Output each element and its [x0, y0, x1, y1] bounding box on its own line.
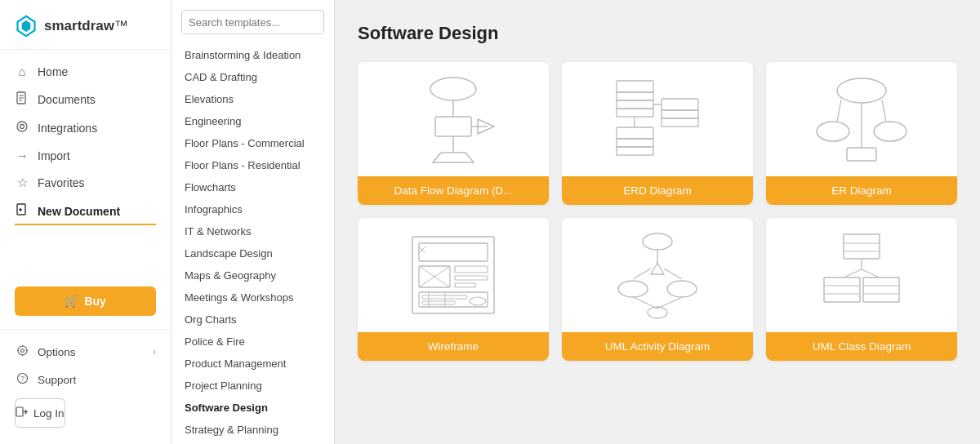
template-label: Data Flow Diagram (D... — [358, 176, 549, 205]
document-icon — [15, 91, 29, 107]
svg-rect-56 — [455, 283, 475, 287]
svg-rect-19 — [16, 407, 23, 416]
category-item[interactable]: Elevations — [172, 88, 334, 110]
svg-point-68 — [618, 281, 648, 297]
home-icon: ⌂ — [15, 64, 29, 78]
template-label: UML Class Diagram — [766, 332, 957, 361]
category-list: Brainstorming & IdeationCAD & DraftingEl… — [172, 41, 334, 444]
svg-marker-25 — [433, 153, 474, 162]
main-content: Software Design Data Flow Diagram (D... … — [335, 0, 980, 444]
category-item[interactable]: Brainstorming & Ideation — [172, 44, 334, 66]
svg-rect-34 — [662, 118, 698, 127]
chevron-right-icon: › — [153, 346, 156, 357]
template-card[interactable]: Data Flow Diagram (D... — [358, 62, 549, 205]
svg-rect-36 — [617, 139, 653, 147]
svg-point-63 — [643, 233, 672, 250]
sidebar-item-favorites[interactable]: ☆ Favorites — [0, 169, 171, 197]
category-item[interactable]: Police & Fire — [172, 331, 334, 353]
svg-text:?: ? — [20, 375, 24, 383]
category-item[interactable]: Floor Plans - Residential — [172, 154, 334, 176]
svg-line-44 — [837, 100, 841, 122]
svg-rect-79 — [824, 278, 860, 302]
search-input[interactable] — [182, 11, 324, 33]
svg-point-12 — [18, 346, 27, 355]
svg-rect-23 — [435, 117, 471, 136]
svg-rect-28 — [617, 81, 653, 92]
template-preview — [562, 62, 753, 176]
cart-icon: 🛒 — [65, 295, 78, 308]
category-item[interactable]: Software Design — [172, 397, 334, 419]
category-item[interactable]: Floor Plans - Commercial — [172, 132, 334, 154]
template-preview — [358, 218, 549, 332]
svg-marker-65 — [651, 263, 664, 274]
page-title: Software Design — [358, 23, 957, 44]
login-icon — [16, 406, 28, 420]
svg-rect-61 — [422, 301, 455, 304]
template-card[interactable]: ER Diagram — [766, 62, 957, 205]
svg-rect-35 — [617, 127, 653, 139]
svg-rect-47 — [412, 237, 494, 313]
svg-point-72 — [648, 307, 667, 318]
star-icon: ☆ — [15, 175, 29, 190]
svg-point-41 — [817, 122, 849, 141]
login-button[interactable]: ↪ Log In Log In — [15, 398, 65, 428]
sidebar-item-import[interactable]: → Import — [0, 142, 171, 169]
svg-line-45 — [882, 100, 886, 122]
svg-point-40 — [837, 78, 886, 103]
logo-area: smartdraw™ — [0, 0, 171, 50]
category-item[interactable]: Org Charts — [172, 309, 334, 331]
template-label: ER Diagram — [766, 176, 957, 205]
template-label: ERD Diagram — [562, 176, 753, 205]
buy-button[interactable]: 🛒 🛒 Buy Buy — [15, 286, 156, 316]
sidebar-item-documents[interactable]: Documents — [0, 85, 171, 113]
category-item[interactable]: IT & Networks — [172, 220, 334, 242]
svg-rect-73 — [844, 234, 880, 259]
svg-point-6 — [17, 122, 27, 131]
category-panel: 🔍 Brainstorming & IdeationCAD & Drafting… — [172, 0, 335, 444]
svg-point-11 — [20, 349, 24, 353]
svg-rect-33 — [662, 110, 698, 118]
category-item[interactable]: Strategy & Planning — [172, 419, 334, 441]
sidebar-item-support[interactable]: ? Support — [0, 366, 171, 393]
svg-marker-1 — [22, 20, 31, 32]
category-item[interactable]: Engineering — [172, 110, 334, 132]
svg-rect-32 — [662, 99, 698, 110]
svg-point-42 — [874, 122, 906, 141]
template-preview — [766, 62, 957, 176]
category-item[interactable]: Meetings & Workshops — [172, 286, 334, 309]
svg-line-66 — [633, 269, 651, 279]
template-card[interactable]: Wireframe — [358, 218, 549, 361]
category-item[interactable]: Infographics — [172, 198, 334, 220]
sidebar-item-integrations[interactable]: Integrations — [0, 113, 171, 142]
import-icon: → — [15, 149, 29, 162]
template-card[interactable]: UML Activity Diagram — [562, 218, 753, 361]
sidebar-item-home[interactable]: ⌂ Home — [0, 58, 171, 85]
integrations-icon — [15, 120, 29, 135]
svg-point-21 — [430, 78, 476, 100]
svg-rect-55 — [455, 276, 488, 280]
svg-rect-30 — [617, 100, 653, 109]
options-icon — [15, 344, 29, 359]
svg-point-69 — [667, 281, 697, 297]
svg-line-78 — [862, 269, 880, 278]
template-card[interactable]: ERD Diagram — [562, 62, 753, 205]
template-card[interactable]: UML Class Diagram — [766, 218, 957, 361]
template-preview — [766, 218, 957, 332]
category-item[interactable]: Flowcharts — [172, 176, 334, 198]
sidebar-item-new-document[interactable]: New Document — [0, 197, 171, 225]
template-preview — [562, 218, 753, 332]
category-item[interactable]: Project Planning — [172, 375, 334, 397]
new-doc-icon — [15, 203, 29, 219]
svg-rect-43 — [847, 148, 876, 161]
logo-text: smartdraw™ — [44, 18, 128, 34]
category-item[interactable]: CAD & Drafting — [172, 66, 334, 88]
support-icon: ? — [15, 372, 29, 387]
logo-icon — [15, 15, 38, 38]
svg-point-7 — [20, 125, 24, 129]
sidebar: smartdraw™ ⌂ Home Documents Integrations… — [0, 0, 172, 444]
category-item[interactable]: Maps & Geography — [172, 264, 334, 286]
sidebar-item-options[interactable]: Options › — [0, 338, 171, 366]
category-item[interactable]: Landscape Design — [172, 242, 334, 264]
category-item[interactable]: Product Management — [172, 353, 334, 375]
svg-rect-82 — [863, 278, 899, 302]
